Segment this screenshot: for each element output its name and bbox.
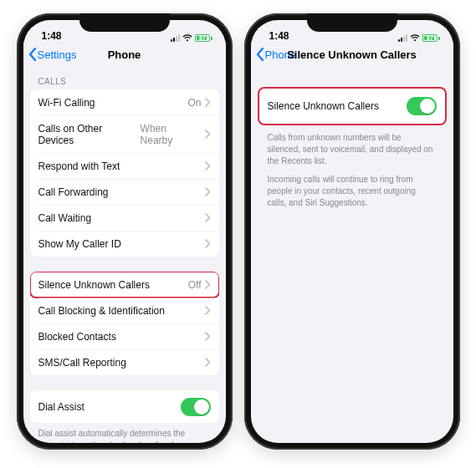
toggle-silence-unknown-callers[interactable] [407,97,437,115]
row-call-waiting[interactable]: Call Waiting [30,205,219,231]
screen-left: 1:48 87 Settings [23,20,226,443]
row-label: Respond with Text [38,160,120,172]
chevron-right-icon [205,306,211,315]
back-label: Phone [265,48,297,61]
chevron-right-icon [205,98,211,107]
iphone-device-right: 1:48 87 Phone [244,13,460,450]
row-silence-unknown-callers-toggle[interactable]: Silence Unknown Callers [259,89,445,124]
row-label: Calls on Other Devices [38,123,141,146]
row-label: SMS/Call Reporting [38,357,126,369]
row-label: Dial Assist [38,401,84,413]
chevron-right-icon [205,130,211,139]
status-indicators: 87 [398,34,440,42]
row-wifi-calling[interactable]: Wi-Fi Calling On [30,89,219,115]
row-detail: Off [188,279,202,291]
row-respond-with-text[interactable]: Respond with Text [30,153,219,179]
wifi-icon [410,34,420,42]
silence-note-1: Calls from unknown numbers will be silen… [258,125,447,170]
status-indicators: 87 [171,34,212,42]
two-phone-comparison: 1:48 87 Settings [0,0,476,468]
back-label: Settings [38,48,77,61]
chevron-right-icon [205,280,211,289]
group-calls: Wi-Fi Calling On Calls on Other Devices … [30,89,219,257]
chevron-left-icon [28,48,37,61]
screen-right: 1:48 87 Phone [251,20,453,443]
silence-note-2: Incoming calls will continue to ring fro… [258,170,447,212]
notch [79,13,170,32]
status-time: 1:48 [42,30,62,42]
battery-icon: 87 [195,34,212,42]
row-label: Blocked Contacts [38,331,116,343]
settings-content[interactable]: Silence Unknown Callers Calls from unkno… [251,67,453,443]
nav-bar: Phone Silence Unknown Callers [251,42,453,67]
row-detail: On [187,97,201,109]
row-label: Call Blocking & Identification [38,305,165,317]
section-header-calls: CALLS [30,70,219,89]
group-dial-assist: Dial Assist [30,390,219,423]
row-label: Wi-Fi Calling [38,97,95,109]
wifi-icon [182,34,192,42]
toggle-dial-assist[interactable] [181,398,211,416]
row-show-my-caller-id[interactable]: Show My Caller ID [30,231,219,257]
row-detail: When Nearby [141,123,202,146]
row-call-blocking-id[interactable]: Call Blocking & Identification [30,298,219,323]
group-silence-toggle: Silence Unknown Callers [258,87,447,125]
notch [307,13,397,32]
chevron-left-icon [256,48,264,61]
back-button[interactable]: Settings [28,48,77,61]
chevron-right-icon [205,187,211,196]
row-label: Call Forwarding [38,186,109,198]
status-time: 1:48 [269,30,289,42]
back-button[interactable]: Phone [256,48,297,61]
cellular-signal-icon [398,34,407,42]
group-silence-block: Silence Unknown Callers Off Call Blockin… [30,272,219,375]
row-sms-call-reporting[interactable]: SMS/Call Reporting [30,349,219,375]
chevron-right-icon [205,239,211,248]
cellular-signal-icon [171,34,180,42]
row-label: Silence Unknown Callers [268,100,379,112]
row-silence-unknown-callers[interactable]: Silence Unknown Callers Off [30,272,219,298]
row-blocked-contacts[interactable]: Blocked Contacts [30,323,219,349]
row-label: Call Waiting [38,212,92,224]
row-label: Show My Caller ID [38,238,121,250]
battery-icon: 87 [422,34,440,42]
dial-assist-note: Dial assist automatically determines the… [30,423,219,443]
row-calls-other-devices[interactable]: Calls on Other Devices When Nearby [30,115,219,153]
row-dial-assist[interactable]: Dial Assist [30,390,219,423]
chevron-right-icon [205,213,211,222]
nav-bar: Settings Phone [23,42,226,67]
chevron-right-icon [205,358,211,367]
row-label: Silence Unknown Callers [38,279,150,291]
chevron-right-icon [205,332,211,341]
chevron-right-icon [205,161,211,170]
row-call-forwarding[interactable]: Call Forwarding [30,179,219,205]
settings-content[interactable]: CALLS Wi-Fi Calling On Calls on Other De… [23,67,226,443]
iphone-device-left: 1:48 87 Settings [17,13,233,450]
